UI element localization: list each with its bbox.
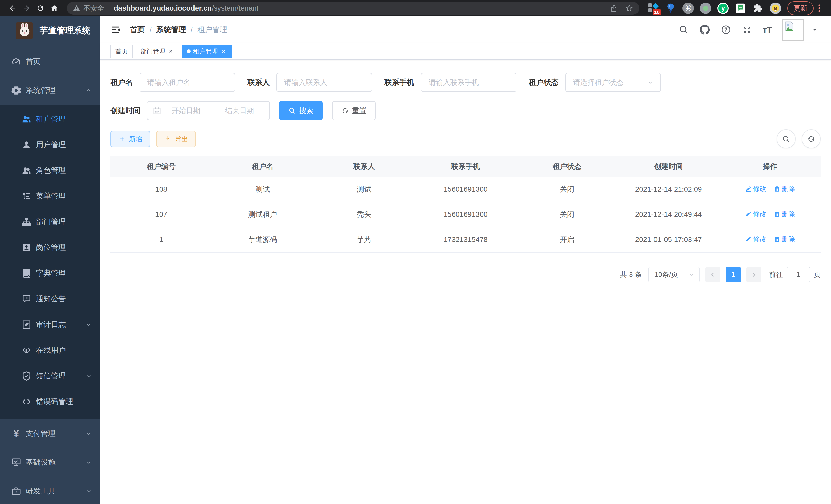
prev-page-button[interactable] xyxy=(705,267,720,282)
sidebar-item-字典管理[interactable]: 字典管理 xyxy=(0,261,100,286)
close-icon[interactable] xyxy=(168,48,174,55)
sidebar-menu: 首页系统管理 xyxy=(0,47,100,105)
start-date-placeholder[interactable]: 开始日期 xyxy=(161,106,210,116)
sidebar-item-label: 首页 xyxy=(26,57,40,67)
status-select[interactable]: 请选择租户状态 xyxy=(565,73,661,92)
sidebar-item-短信管理[interactable]: 短信管理 xyxy=(0,363,100,389)
breadcrumb-separator: / xyxy=(149,26,152,34)
status-label: 租户状态 xyxy=(529,77,558,88)
share-icon[interactable] xyxy=(609,4,618,12)
next-page-button[interactable] xyxy=(746,267,762,282)
delete-link[interactable]: 删除 xyxy=(774,210,795,218)
github-icon[interactable] xyxy=(700,25,710,35)
end-date-placeholder[interactable]: 结束日期 xyxy=(215,106,264,116)
refresh-table-button[interactable] xyxy=(802,129,821,148)
column-header-租户状态: 租户状态 xyxy=(516,156,618,177)
browser-menu-icon[interactable] xyxy=(814,3,824,13)
sidebar-item-租户管理[interactable]: 租户管理 xyxy=(0,106,100,132)
breadcrumb: 首页 / 系统管理 / 租户管理 xyxy=(130,25,227,35)
sidebar-item-系统管理[interactable]: 系统管理 xyxy=(0,76,100,105)
not-secure-label[interactable]: 不安全 xyxy=(83,4,104,13)
extension-emoji-icon[interactable] xyxy=(770,3,781,14)
avatar-caret-icon[interactable] xyxy=(811,26,819,34)
tab-部门管理[interactable]: 部门管理 xyxy=(136,45,179,58)
extension-record-icon[interactable] xyxy=(700,3,711,14)
update-button[interactable]: 更新 xyxy=(787,1,813,15)
help-icon[interactable] xyxy=(721,25,731,35)
calendar-icon xyxy=(153,106,161,115)
bookmark-star-icon[interactable] xyxy=(625,4,634,12)
download-icon xyxy=(164,135,172,143)
delete-link[interactable]: 删除 xyxy=(774,235,795,244)
browser-back-icon[interactable] xyxy=(7,2,19,14)
url-text[interactable]: dashboard.yudao.iocoder.cn/system/tenant xyxy=(114,4,258,12)
chevron-left-icon xyxy=(710,271,716,278)
sidebar-item-菜单管理[interactable]: 菜单管理 xyxy=(0,183,100,209)
sidebar-item-通知公告[interactable]: 通知公告 xyxy=(0,286,100,312)
sidebar-item-支付管理[interactable]: ¥支付管理 xyxy=(0,419,100,448)
breadcrumb-system[interactable]: 系统管理 xyxy=(156,25,186,35)
sidebar-menu-bottom: ¥支付管理基础设施研发工具 xyxy=(0,419,100,504)
chevron-down-icon xyxy=(85,458,92,466)
sidebar-item-错误码管理[interactable]: 错误码管理 xyxy=(0,389,100,415)
extension-balloon-icon[interactable] xyxy=(665,3,676,14)
edit-link[interactable]: 修改 xyxy=(745,184,767,194)
column-header-操作: 操作 xyxy=(719,156,821,177)
extension-grid-icon[interactable]: 10 xyxy=(648,3,659,14)
tenant-name-input[interactable] xyxy=(140,73,235,92)
breadcrumb-current: 租户管理 xyxy=(197,25,227,35)
tenant-table: 租户编号租户名联系人联系手机租户状态创建时间操作 108测试测试15601691… xyxy=(111,156,821,253)
page-size-select[interactable]: 10条/页 xyxy=(648,267,700,282)
sidebar-logo[interactable]: 芋道管理系统 xyxy=(0,17,100,44)
export-button[interactable]: 导出 xyxy=(156,131,196,147)
table-cell: 测试租户 xyxy=(212,202,314,227)
browser-reload-icon[interactable] xyxy=(34,2,46,14)
goto-page-input[interactable] xyxy=(786,267,810,282)
close-icon[interactable] xyxy=(221,48,227,55)
edit-link[interactable]: 修改 xyxy=(745,235,767,244)
tab-租户管理[interactable]: 租户管理 xyxy=(182,45,231,58)
refresh-icon xyxy=(807,135,815,143)
sidebar-item-用户管理[interactable]: 用户管理 xyxy=(0,132,100,158)
sidebar-item-首页[interactable]: 首页 xyxy=(0,47,100,76)
contact-input[interactable] xyxy=(277,73,372,92)
reset-button[interactable]: 重置 xyxy=(332,101,376,120)
fullscreen-icon[interactable] xyxy=(742,25,752,35)
add-button[interactable]: 新增 xyxy=(111,131,150,147)
trash-icon xyxy=(774,186,780,192)
pay-icon: ¥ xyxy=(11,428,22,439)
extension-puzzle-icon[interactable] xyxy=(752,3,764,14)
extension-command-icon[interactable]: ⌘ xyxy=(683,3,694,14)
table-cell: 开启 xyxy=(516,227,618,252)
page-number-1[interactable]: 1 xyxy=(726,267,741,282)
extension-docs-icon[interactable] xyxy=(735,3,746,14)
browser-home-icon[interactable] xyxy=(48,2,60,14)
mobile-input[interactable] xyxy=(421,73,516,92)
sidebar-item-研发工具[interactable]: 研发工具 xyxy=(0,477,100,504)
delete-link[interactable]: 删除 xyxy=(774,184,795,194)
address-bar[interactable]: 不安全 dashboard.yudao.iocoder.cn/system/te… xyxy=(67,2,639,14)
toggle-search-button[interactable] xyxy=(776,129,796,148)
sidebar-item-基础设施[interactable]: 基础设施 xyxy=(0,448,100,477)
breadcrumb-home[interactable]: 首页 xyxy=(130,25,145,35)
edit-link[interactable]: 修改 xyxy=(745,210,767,218)
sidebar-item-label: 审计日志 xyxy=(36,320,66,330)
avatar[interactable] xyxy=(782,19,804,40)
font-size-icon[interactable]: тT xyxy=(763,25,771,35)
chevron-down-icon xyxy=(85,487,92,495)
tab-首页[interactable]: 首页 xyxy=(111,45,133,58)
search-button[interactable]: 搜索 xyxy=(279,101,323,120)
sidebar-item-角色管理[interactable]: 角色管理 xyxy=(0,158,100,183)
sidebar-collapse-icon[interactable] xyxy=(111,24,121,35)
actions-cell: 修改删除 xyxy=(719,202,821,227)
header-search-icon[interactable] xyxy=(679,25,689,35)
browser-forward-icon[interactable] xyxy=(21,2,32,14)
not-secure-icon[interactable] xyxy=(73,4,81,12)
sidebar-item-部门管理[interactable]: 部门管理 xyxy=(0,209,100,235)
sidebar-item-在线用户[interactable]: 在线用户 xyxy=(0,337,100,363)
table-row: 107测试租户秃头15601691300关闭2021-12-14 20:49:4… xyxy=(111,202,821,227)
sidebar-item-岗位管理[interactable]: 岗位管理 xyxy=(0,235,100,261)
extension-yuque-icon[interactable]: y xyxy=(717,3,729,14)
date-range-picker[interactable]: 开始日期 - 结束日期 xyxy=(147,101,270,120)
sidebar-item-审计日志[interactable]: 审计日志 xyxy=(0,312,100,337)
